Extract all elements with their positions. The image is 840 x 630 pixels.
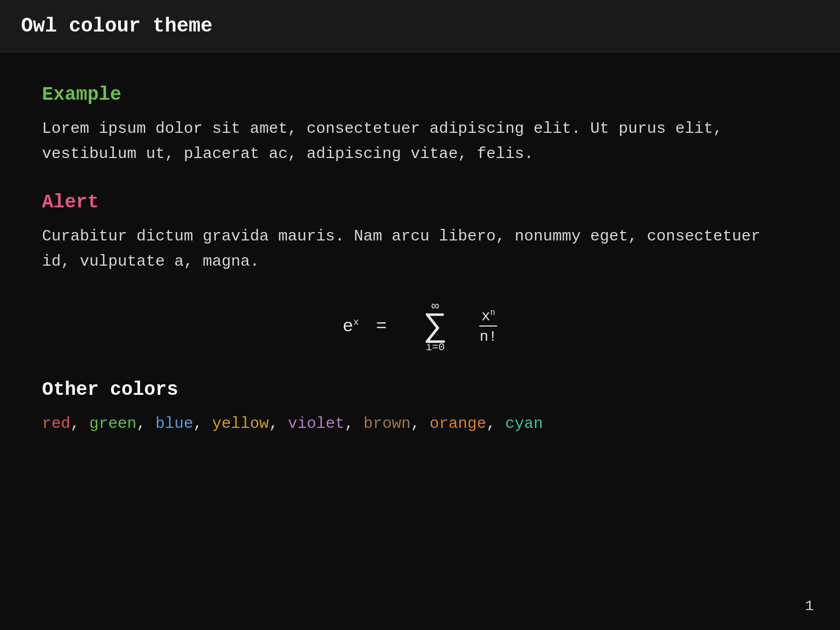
alert-section: Alert Curabitur dictum gravida mauris. N…: [42, 192, 798, 274]
color-orange-label: orange: [429, 415, 486, 433]
sep6: ,: [411, 415, 429, 433]
sep4: ,: [269, 415, 288, 433]
sep2: ,: [136, 415, 155, 433]
example-section: Example Lorem ipsum dolor sit amet, cons…: [42, 84, 798, 166]
math-denominator: n!: [479, 327, 497, 345]
other-colors-section: Other colors red, green, blue, yellow, v…: [42, 379, 798, 436]
math-fraction: xn n!: [479, 308, 497, 345]
math-sigma: ∑: [425, 310, 445, 343]
alert-heading: Alert: [42, 192, 798, 213]
math-e-x: ex: [343, 317, 359, 337]
math-formula: ex = ∞ ∑ i=0 xn n!: [343, 306, 498, 348]
alert-body: Curabitur dictum gravida mauris. Nam arc…: [42, 224, 798, 274]
sep5: ,: [344, 415, 363, 433]
header: Owl colour theme: [0, 0, 840, 52]
sep1: ,: [70, 415, 89, 433]
page-number: 1: [805, 598, 814, 614]
color-red-label: red: [42, 415, 70, 433]
main-content: Example Lorem ipsum dolor sit amet, cons…: [0, 52, 840, 493]
other-colors-heading: Other colors: [42, 379, 798, 401]
page-title: Owl colour theme: [21, 15, 213, 37]
color-brown-label: brown: [363, 415, 411, 433]
sep7: ,: [486, 415, 505, 433]
math-numerator: xn: [479, 308, 497, 327]
colors-line: red, green, blue, yellow, violet, brown,…: [42, 411, 798, 436]
example-body: Lorem ipsum dolor sit amet, consectetuer…: [42, 116, 798, 166]
example-heading: Example: [42, 84, 798, 106]
color-yellow-label: yellow: [212, 415, 269, 433]
color-violet-label: violet: [288, 415, 344, 433]
color-cyan-label: cyan: [505, 415, 543, 433]
color-blue-label: blue: [155, 415, 193, 433]
math-equals: =: [365, 317, 397, 337]
color-green-label: green: [89, 415, 136, 433]
math-sum: ∞ ∑ i=0: [419, 306, 451, 348]
math-formula-section: ex = ∞ ∑ i=0 xn n!: [42, 306, 798, 348]
sep3: ,: [193, 415, 212, 433]
math-sum-bottom: i=0: [426, 342, 445, 353]
